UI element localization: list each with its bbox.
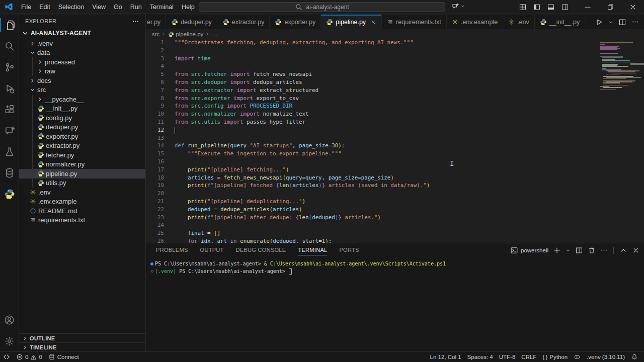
tree-item-data[interactable]: data [19, 48, 145, 58]
customize-layout-icon[interactable] [516, 0, 530, 14]
tab-pipeline-py[interactable]: pipeline.py [321, 15, 382, 29]
new-terminal-icon[interactable] [553, 246, 561, 254]
section-outline[interactable]: OUTLINE [19, 333, 145, 342]
tree-item--init-py[interactable]: __init__.py [19, 104, 145, 114]
close-panel-icon[interactable] [632, 246, 640, 254]
activitybar-python-icon[interactable] [0, 184, 19, 205]
breadcrumb-item[interactable]: pipeline.py [176, 31, 203, 37]
tab--init-py[interactable]: __init__.py [535, 15, 585, 29]
menu-run[interactable]: Run [126, 0, 146, 14]
editor-scrollbar-thumb[interactable] [630, 63, 644, 65]
tree-item--env-example[interactable]: .env.example [19, 197, 145, 207]
menu-terminal[interactable]: Terminal [146, 0, 178, 14]
status-db-connect[interactable]: Connect [45, 352, 82, 362]
split-editor-icon[interactable] [618, 18, 626, 26]
split-terminal-icon[interactable] [575, 246, 583, 254]
breadcrumb[interactable]: srcpipeline.py… [146, 29, 644, 39]
activitybar-database-icon[interactable] [0, 162, 19, 184]
panel-tab-output[interactable]: OUTPUT [200, 243, 224, 257]
menu-view[interactable]: View [88, 0, 110, 14]
activitybar-accounts-icon[interactable] [0, 309, 19, 330]
tree-item--pycache-[interactable]: __pycache__ [19, 95, 145, 104]
tree-item-raw[interactable]: raw [19, 67, 145, 76]
window-close-button[interactable] [621, 0, 644, 14]
run-dropdown-icon[interactable] [608, 20, 613, 25]
tree-item-normalizer-py[interactable]: normalizer.py [19, 160, 145, 169]
tree-item-utils-py[interactable]: utils.py [19, 178, 145, 188]
panel-more-actions-icon[interactable] [600, 246, 608, 254]
tab-exporter-py[interactable]: exporter.py [270, 15, 321, 29]
menu-selection[interactable]: Selection [54, 0, 88, 14]
menu-help[interactable]: Help [178, 0, 199, 14]
tree-item-processed[interactable]: processed [19, 57, 145, 67]
tree-item--venv[interactable]: .venv [19, 39, 145, 48]
activitybar-run-debug-icon[interactable] [0, 78, 19, 99]
status-cursor-position[interactable]: Ln 12, Col 1 [427, 352, 464, 362]
tree-item-exporter-py[interactable]: exporter.py [19, 132, 145, 141]
menu-file[interactable]: File [17, 0, 35, 14]
activitybar-settings-icon[interactable] [0, 330, 19, 351]
command-center-search[interactable]: ai-analyst-agent [199, 2, 445, 12]
status-copilot[interactable] [571, 352, 584, 362]
tree-item--env[interactable]: .env [19, 188, 145, 197]
terminal-launch-profile-icon[interactable] [566, 248, 571, 253]
activitybar-explorer-icon[interactable] [0, 15, 19, 36]
tree-item-readme-md[interactable]: README.md [19, 206, 145, 216]
explorer-more-actions-icon[interactable] [132, 18, 139, 25]
tab-requirements-txt[interactable]: requirements.txt [382, 15, 447, 29]
tree-item-src[interactable]: src [19, 85, 145, 95]
panel-tab-terminal[interactable]: TERMINAL [298, 243, 327, 257]
editor-more-actions-icon[interactable] [631, 18, 639, 26]
tree-item-pipeline-py[interactable]: pipeline.py [19, 169, 145, 178]
tab-er-py[interactable]: er.py [146, 15, 166, 29]
terminal-command-decoration-icon[interactable] [149, 262, 155, 265]
maximize-panel-icon[interactable] [619, 246, 627, 254]
panel-tab-ports[interactable]: PORTS [339, 243, 359, 257]
status-notifications[interactable] [628, 352, 641, 362]
menu-edit[interactable]: Edit [35, 0, 54, 14]
code-editor[interactable]: 1"""Orchestrates fetching, deduping, ext… [146, 39, 644, 243]
terminal-command-decoration-icon[interactable] [149, 270, 155, 273]
breadcrumb-item[interactable]: … [212, 31, 218, 37]
status-eol[interactable]: CRLF [518, 352, 539, 362]
close-tab-icon[interactable] [370, 19, 376, 25]
activitybar-extensions-icon[interactable] [0, 99, 19, 120]
status-python-interpreter[interactable]: .venv (3.10.11) [584, 352, 628, 362]
section-timeline[interactable]: TIMELINE [19, 342, 145, 351]
activitybar-chat-icon[interactable] [0, 120, 19, 141]
tree-item-docs[interactable]: docs [19, 76, 145, 85]
menu-go[interactable]: Go [110, 0, 126, 14]
toggle-primary-sidebar-icon[interactable] [530, 0, 544, 14]
status-problems[interactable]: 00 [13, 352, 45, 362]
panel-tab-problems[interactable]: PROBLEMS [156, 243, 188, 257]
minimap[interactable] [600, 39, 637, 243]
workspace-root-folder[interactable]: AI-ANALYST-AGENT [19, 28, 145, 39]
activitybar-source-control-icon[interactable] [0, 57, 19, 78]
window-restore-button[interactable] [599, 0, 621, 14]
breadcrumb-item[interactable]: src [152, 31, 159, 37]
tab--env[interactable]: .env [503, 15, 535, 29]
toggle-panel-icon[interactable] [544, 0, 558, 14]
toggle-secondary-sidebar-icon[interactable] [558, 0, 572, 14]
tab--env-example[interactable]: .env.example [447, 15, 503, 29]
status-indentation[interactable]: Spaces: 4 [464, 352, 496, 362]
activitybar-testing-icon[interactable] [0, 141, 19, 162]
status-encoding[interactable]: UTF-8 [496, 352, 519, 362]
status-language-mode[interactable]: { }Python [539, 352, 571, 362]
tree-item-requirements-txt[interactable]: requirements.txt [19, 216, 145, 225]
copilot-menu-icon[interactable] [451, 2, 459, 10]
terminal-shell-item[interactable]: powershell [510, 246, 548, 254]
terminal-output[interactable]: PS C:\Users\msabh\ai-analyst-agent> & C:… [146, 257, 644, 275]
tab-deduper-py[interactable]: deduper.py [166, 15, 217, 29]
run-python-file-button[interactable] [595, 18, 603, 26]
tree-item-extractor-py[interactable]: extractor.py [19, 141, 145, 151]
window-minimize-button[interactable] [576, 0, 599, 14]
tree-item-fetcher-py[interactable]: fetcher.py [19, 150, 145, 160]
kill-terminal-icon[interactable] [588, 246, 596, 254]
activitybar-search-icon[interactable] [0, 36, 19, 57]
tab-extractor-py[interactable]: extractor.py [217, 15, 270, 29]
status-remote[interactable] [0, 352, 13, 362]
tree-item-deduper-py[interactable]: deduper.py [19, 123, 145, 132]
tree-item-config-py[interactable]: config.py [19, 113, 145, 123]
panel-tab-debug-console[interactable]: DEBUG CONSOLE [236, 243, 286, 257]
